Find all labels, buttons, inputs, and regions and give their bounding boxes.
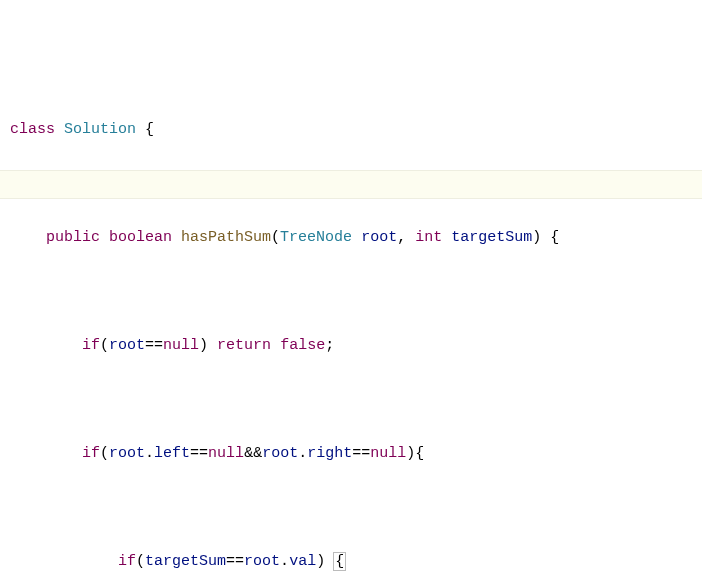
param-targetsum: targetSum xyxy=(451,229,532,246)
current-line-highlight xyxy=(0,170,702,199)
keyword-class: class xyxy=(10,121,55,138)
keyword-public: public xyxy=(46,229,100,246)
code-line: if(root==null) return false; xyxy=(10,332,692,359)
type-treenode: TreeNode xyxy=(280,229,352,246)
method-name: hasPathSum xyxy=(181,229,271,246)
class-name: Solution xyxy=(64,121,136,138)
code-line: if(root.left==null&&root.right==null){ xyxy=(10,440,692,467)
code-editor[interactable]: class Solution { public boolean hasPathS… xyxy=(0,0,702,580)
keyword-boolean: boolean xyxy=(109,229,172,246)
keyword-if: if xyxy=(82,337,100,354)
matching-brace-open: { xyxy=(333,552,346,571)
code-line: class Solution { xyxy=(10,116,692,143)
code-line: if(targetSum==root.val) { xyxy=(10,548,692,575)
code-line: public boolean hasPathSum(TreeNode root,… xyxy=(10,224,692,251)
keyword-return: return xyxy=(217,337,271,354)
param-root: root xyxy=(361,229,397,246)
keyword-int: int xyxy=(415,229,442,246)
